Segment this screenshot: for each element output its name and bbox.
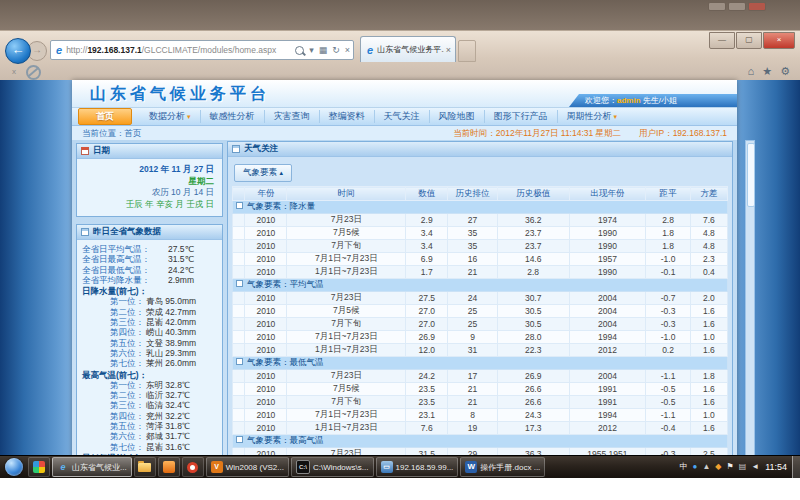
nav-item-label: 敏感性分析 [210,110,255,123]
toolbar-close-icon[interactable]: x [12,67,16,76]
background-window-controls [708,2,766,11]
browser-tab[interactable]: e 山东省气候业务平... × [360,36,456,62]
scrollbar-thumb[interactable] [747,143,755,207]
table-cell: 1月1日~7月23日 [287,344,406,357]
task-label: 操作手册.docx ... [480,462,540,473]
stop-icon[interactable]: × [345,45,350,55]
new-tab-button[interactable] [458,40,476,62]
table-group-row[interactable]: 气象要素：最高气温 [233,435,728,448]
nav-item[interactable]: 图形下行产品 [485,110,558,123]
rank-row: 第六位：乳山 29.3mm [82,348,217,358]
taskbar-cmd-task[interactable]: C:\C:\Windows\s... [291,457,374,477]
row-lead-cell [233,266,245,279]
start-button[interactable] [5,458,23,476]
close-button[interactable]: × [763,32,795,49]
bg-close-icon[interactable] [748,2,766,11]
taskbar-clock[interactable]: 11:54 [765,462,787,472]
language-indicator-icon[interactable]: 中 [680,462,688,472]
group-checkbox[interactable] [236,280,243,287]
settings-gear-icon[interactable]: ⚙ [780,65,790,78]
table-cell: 7.6 [406,422,448,435]
table-cell: 2010 [245,253,287,266]
rank-row: 第三位：临清 32.4℃ [82,400,217,410]
table-header-lead-cell [233,187,245,201]
vertical-scrollbar[interactable] [745,140,755,477]
group-checkbox[interactable] [236,358,243,365]
panel-icon [232,145,240,153]
colorful-app-icon [33,461,45,473]
nav-item[interactable]: 敏感性分析 [201,110,265,123]
row-lead-cell [233,370,245,383]
ic-vm-icon: V [211,461,223,473]
explorer-button[interactable] [134,457,156,477]
table-header-cell: 历史极值 [497,187,569,201]
taskbar-ie-task[interactable]: e山东省气候业... [52,457,132,477]
table-cell: 2010 [245,370,287,383]
nav-item[interactable]: 整编资料 [320,110,375,123]
table-cell: 6.9 [406,253,448,266]
row-lead-cell [233,396,245,409]
taskbar-rdp-task[interactable]: ▭192.168.59.99... [376,457,459,477]
table-cell: 1991 [569,383,646,396]
maximize-button[interactable]: ▢ [736,32,762,49]
taskbar-vm-task[interactable]: VWin2008 (VS2... [206,457,289,477]
table-cell: 2004 [569,305,646,318]
table-group-row[interactable]: 气象要素：平均气温 [233,279,728,292]
table-cell: 24.3 [497,409,569,422]
url-text[interactable]: http://192.168.137.1/GLCCLIMATE/modules/… [66,45,295,55]
table-cell: 26.9 [497,370,569,383]
rank-value: 兖州 32.2℃ [146,411,190,421]
rank-value: 昆嵛 31.6℃ [146,442,190,452]
nav-item[interactable]: 周期性分析▾ [558,110,627,123]
security-alert-icon[interactable]: ◆ [715,462,721,472]
blocked-popup-icon[interactable] [26,65,41,80]
stat-row: 全省日最高气温：31.5℃ [82,254,217,264]
dropdown-arrow-icon[interactable]: ▾ [309,45,314,55]
pinned-app-button[interactable] [28,457,50,477]
show-desktop-button[interactable] [792,456,800,478]
table-cell: 2004 [569,292,646,305]
taskbar-word-task[interactable]: W操作手册.docx ... [460,457,545,477]
nav-item[interactable]: 风险地图 [430,110,485,123]
row-lead-cell [233,318,245,331]
table-group-row[interactable]: 气象要素：最低气温 [233,357,728,370]
favorites-star-icon[interactable]: ★ [762,65,772,78]
stat-row: 全省日最低气温：24.2℃ [82,265,217,275]
nav-item[interactable]: 数据分析▾ [140,110,201,123]
nav-item[interactable]: 灾害查询 [265,110,320,123]
search-icon[interactable] [295,46,304,55]
bg-maximize-icon[interactable] [728,2,746,11]
browser-chrome: ← → e http://192.168.137.1/GLCCLIMATE/mo… [0,30,800,80]
red-ring-app-button[interactable] [182,457,204,477]
nav-item-label: 图形下行产品 [494,110,548,123]
home-icon[interactable]: ⌂ [748,65,755,78]
table-group-row[interactable]: 气象要素：降水量 [233,201,728,214]
show-hidden-icons-arrow[interactable]: ▲ [702,462,710,472]
network-icon[interactable]: ▤ [739,462,747,472]
rank-value: 荣成 42.7mm [146,307,196,317]
table-cell: 1.8 [646,240,691,253]
table-cell: -1.1 [646,409,691,422]
compatibility-view-icon[interactable]: ▦ [319,45,328,55]
table-cell: 2010 [245,331,287,344]
table-cell: 28.0 [497,331,569,344]
volume-icon[interactable]: ◄ [751,462,759,472]
ime-icon[interactable]: ● [693,462,698,472]
bg-minimize-icon[interactable] [708,2,726,11]
nav-item[interactable]: 天气关注 [375,110,430,123]
back-button[interactable]: ← [5,38,31,64]
task-label: 山东省气候业... [72,462,127,473]
action-center-flag-icon[interactable]: ⚑ [726,462,733,472]
refresh-icon[interactable]: ↻ [332,45,340,55]
group-checkbox[interactable] [236,436,243,443]
element-filter-button[interactable]: 气象要素 ▴ [234,164,292,182]
table-cell: 2010 [245,292,287,305]
tab-close-icon[interactable]: × [446,45,451,55]
minimize-button[interactable]: — [709,32,735,49]
address-bar[interactable]: e http://192.168.137.1/GLCCLIMATE/module… [50,40,354,60]
group-checkbox[interactable] [236,202,243,209]
table-row: 20107月下旬27.02530.52004-0.31.6 [233,318,728,331]
orange-app-button[interactable] [158,457,180,477]
nav-item-home[interactable]: 首页 [78,108,132,125]
table-cell: 7月5候 [287,305,406,318]
